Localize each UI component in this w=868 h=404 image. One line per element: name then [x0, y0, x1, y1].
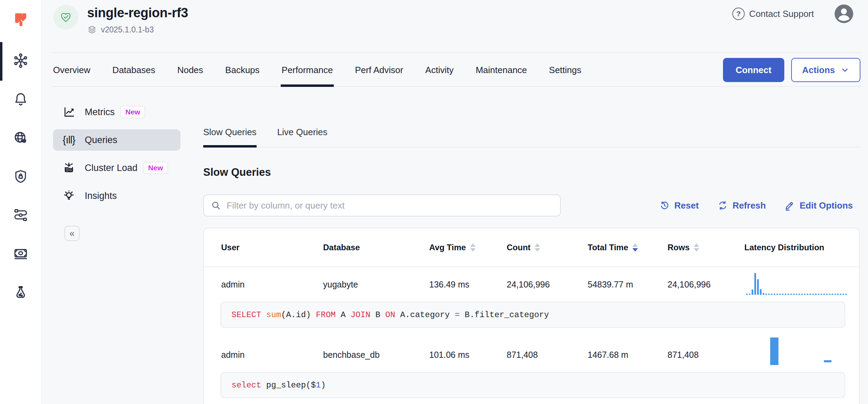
- col-header-avg-time[interactable]: Avg Time: [429, 243, 507, 252]
- content-column: single-region-rf3 v2025.1.0.1-b3 ? Conta…: [41, 0, 868, 404]
- flow-icon: [13, 208, 28, 224]
- shield-lock-icon: [13, 169, 28, 185]
- slow-queries-table: User Database Avg Time Count: [203, 228, 860, 404]
- rail-item-labs[interactable]: [0, 274, 41, 312]
- insights-bulb-icon: [59, 190, 79, 202]
- sort-icon: [694, 243, 699, 252]
- cluster-header: single-region-rf3 v2025.1.0.1-b3 ? Conta…: [41, 0, 868, 53]
- tab-nodes[interactable]: Nodes: [177, 53, 203, 87]
- tab-maintenance[interactable]: Maintenance: [476, 53, 527, 87]
- metrics-chart-icon: [59, 106, 79, 118]
- cell-total-time: 54839.77 m: [588, 280, 668, 290]
- version-row: v2025.1.0.1-b3: [87, 25, 188, 34]
- contact-support-button[interactable]: ? Contact Support: [732, 8, 814, 20]
- queries-braces-icon: {ıll}: [59, 134, 79, 146]
- rail-item-alerts[interactable]: [0, 81, 41, 119]
- icon-rail: [0, 0, 41, 404]
- health-badge: [53, 5, 78, 30]
- sidebar-collapse-button[interactable]: «: [64, 226, 80, 241]
- cell-database: benchbase_db: [323, 350, 429, 360]
- refresh-icon: [717, 200, 728, 211]
- heart-check-icon: [59, 10, 73, 24]
- layers-icon: [87, 25, 97, 34]
- slow-queries-heading: Slow Queries: [203, 166, 860, 179]
- subnav-item-cluster-load[interactable]: Cluster Load New: [53, 157, 180, 179]
- col-header-latency-distribution: Latency Distribution: [744, 243, 859, 252]
- globe-gear-icon: [13, 130, 28, 147]
- search-icon: [211, 200, 221, 211]
- chevron-down-icon: [840, 65, 849, 74]
- filter-search-box: [203, 194, 561, 216]
- cluster-tabs: Overview Databases Nodes Backups Perform…: [53, 53, 581, 87]
- cell-count: 871,408: [507, 350, 588, 360]
- edit-pencil-icon: [784, 200, 795, 211]
- col-header-user: User: [221, 243, 323, 252]
- person-icon: [835, 4, 853, 23]
- reset-history-icon: [659, 200, 670, 211]
- table-row[interactable]: admin yugabyte 136.49 ms 24,106,996 5483…: [204, 267, 859, 302]
- col-header-total-time[interactable]: Total Time: [588, 243, 668, 252]
- tab-activity[interactable]: Activity: [425, 53, 454, 87]
- header-right: ? Contact Support: [732, 5, 853, 23]
- bell-icon: [13, 92, 28, 108]
- filter-row: Reset Refresh: [203, 194, 860, 216]
- tab-backups[interactable]: Backups: [225, 53, 260, 87]
- cell-rows: 871,408: [668, 350, 744, 360]
- cell-rows: 24,106,996: [668, 280, 744, 290]
- tab-performance[interactable]: Performance: [282, 53, 333, 87]
- actions-button[interactable]: Actions: [791, 58, 860, 82]
- subnav-label-queries: Queries: [85, 135, 117, 145]
- connect-button[interactable]: Connect: [723, 58, 784, 82]
- rail-nav: [0, 42, 41, 312]
- metrics-new-badge: New: [120, 106, 145, 118]
- col-header-rows[interactable]: Rows: [668, 243, 744, 252]
- tab-databases[interactable]: Databases: [112, 53, 155, 87]
- tab-live-queries[interactable]: Live Queries: [277, 127, 328, 147]
- cell-avg-time: 136.49 ms: [429, 280, 507, 290]
- rail-item-integrations[interactable]: [0, 196, 41, 235]
- subnav-item-insights[interactable]: Insights: [53, 185, 180, 206]
- actions-label: Actions: [802, 65, 835, 75]
- tab-slow-queries[interactable]: Slow Queries: [203, 127, 257, 147]
- table-toolbar: Reset Refresh: [659, 200, 853, 211]
- subnav-label-metrics: Metrics: [85, 107, 115, 118]
- user-avatar[interactable]: [835, 4, 853, 23]
- rail-item-clusters[interactable]: [0, 42, 41, 81]
- cluster-name: single-region-rf3: [87, 6, 188, 20]
- app-root: single-region-rf3 v2025.1.0.1-b3 ? Conta…: [0, 0, 868, 404]
- performance-subnav: Metrics New {ıll} Queries: [41, 87, 203, 404]
- cluster-actions: Connect Actions: [723, 58, 860, 82]
- subnav-label-cluster-load: Cluster Load: [85, 163, 137, 173]
- refresh-button[interactable]: Refresh: [717, 200, 766, 211]
- query-row-group: admin benchbase_db 101.06 ms 871,408 146…: [204, 337, 859, 398]
- latency-histogram: [746, 337, 849, 365]
- tab-perf-advisor[interactable]: Perf Advisor: [355, 53, 403, 87]
- reset-button[interactable]: Reset: [659, 200, 699, 211]
- tab-settings[interactable]: Settings: [549, 53, 581, 87]
- cluster-version: v2025.1.0.1-b3: [101, 25, 154, 34]
- tab-overview[interactable]: Overview: [53, 53, 90, 87]
- subnav-label-insights: Insights: [85, 191, 117, 201]
- cell-avg-time: 101.06 ms: [429, 350, 507, 360]
- yugabyte-logo-icon[interactable]: [12, 6, 30, 33]
- col-header-count[interactable]: Count: [507, 243, 588, 252]
- sort-icon: [470, 243, 476, 252]
- edit-options-button[interactable]: Edit Options: [784, 200, 853, 211]
- rail-item-billing[interactable]: [0, 235, 41, 274]
- subnav-item-metrics[interactable]: Metrics New: [53, 101, 180, 123]
- cell-database: yugabyte: [323, 280, 429, 290]
- rail-item-network[interactable]: [0, 119, 41, 158]
- query-row-group: admin yugabyte 136.49 ms 24,106,996 5483…: [204, 267, 859, 328]
- subnav-item-queries[interactable]: {ıll} Queries: [53, 129, 180, 151]
- edit-options-label: Edit Options: [799, 200, 853, 211]
- reset-label: Reset: [674, 200, 699, 211]
- rail-item-security[interactable]: [0, 158, 41, 196]
- cell-user: admin: [221, 280, 323, 290]
- table-row[interactable]: admin benchbase_db 101.06 ms 871,408 146…: [204, 337, 859, 372]
- filter-input[interactable]: [227, 200, 553, 211]
- cell-total-time: 1467.68 m: [588, 350, 668, 360]
- money-bill-icon: [13, 246, 28, 263]
- flask-icon: [13, 285, 28, 301]
- queries-main: Slow Queries Live Queries Slow Queries: [203, 87, 868, 404]
- cluster-load-new-badge: New: [143, 162, 168, 174]
